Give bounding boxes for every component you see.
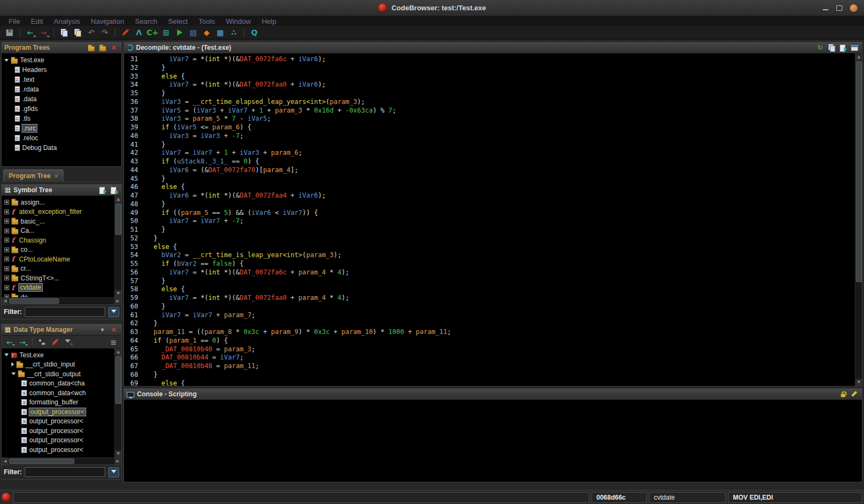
dtm-node-root[interactable]: Test.exe: [2, 350, 121, 360]
code-line[interactable]: 39 if (iVar5 <= param_6) {: [126, 123, 854, 132]
scroll-left-icon[interactable]: [2, 298, 9, 304]
symbol-node[interactable]: assign...: [2, 198, 121, 207]
expander-icon[interactable]: [4, 257, 9, 261]
expander-icon[interactable]: [4, 210, 9, 214]
refresh-button[interactable]: ↻: [815, 43, 825, 52]
code-line[interactable]: 65 _DAT_00810b40 = param_3;: [126, 345, 854, 354]
code-line[interactable]: 50 iVar7 = iVar7 + -7;: [126, 217, 854, 226]
tree-node[interactable]: .data: [2, 94, 121, 104]
tree-node[interactable]: .rsrc: [2, 123, 121, 133]
code-line[interactable]: 44 iVar6 = (&DAT_0072fa70)[param_4];: [126, 166, 854, 175]
tree-node[interactable]: .reloc: [2, 133, 121, 143]
code-line[interactable]: 36 iVar3 = __crt_time_elapsed_leap_years…: [126, 98, 854, 107]
folder-open-button[interactable]: [98, 43, 107, 52]
code-line[interactable]: 68 }: [126, 371, 854, 379]
dtm-node[interactable]: output_processor<: [2, 436, 121, 446]
dtm-hscrollbar[interactable]: [2, 457, 121, 464]
dtm-node[interactable]: output_processor<: [2, 407, 121, 417]
console-output[interactable]: [124, 400, 862, 482]
dtm-node[interactable]: common_data<cha: [2, 379, 121, 389]
code-line[interactable]: 64 if (param_1 == 0) {: [126, 337, 854, 345]
expander-icon[interactable]: [4, 238, 9, 243]
lattice-button[interactable]: ⊞: [160, 27, 172, 38]
symbol-node[interactable]: atexit_exception_filter: [2, 207, 121, 217]
dtm-node[interactable]: common_data<wch: [2, 388, 121, 398]
scroll-thumb[interactable]: [9, 459, 74, 464]
scroll-thumb[interactable]: [115, 204, 121, 235]
panel-menu-caret-button[interactable]: ▾: [98, 325, 107, 334]
code-line[interactable]: 69 else {: [126, 379, 854, 387]
menu-navigation[interactable]: Navigation: [86, 17, 129, 25]
expander-icon[interactable]: [4, 285, 9, 290]
menu-file[interactable]: File: [3, 17, 25, 25]
dtm-vscrollbar[interactable]: [114, 349, 121, 457]
code-line[interactable]: 53 else {: [126, 243, 854, 252]
filter-options-icon[interactable]: [108, 467, 119, 477]
byte-table-button[interactable]: ▦: [214, 27, 226, 38]
menu-select[interactable]: Select: [163, 17, 193, 25]
code-line[interactable]: 35 }: [126, 89, 854, 98]
dtm-filter-input[interactable]: [25, 467, 105, 477]
code-line[interactable]: 54 bVar2 = __crt_time_is_leap_year<int>(…: [126, 251, 854, 260]
scroll-down-icon[interactable]: [115, 290, 121, 297]
symbol-node[interactable]: Chassign: [2, 235, 121, 245]
dtm-node[interactable]: formatting_buffer: [2, 398, 121, 408]
code-line[interactable]: 62 }: [126, 319, 854, 328]
scroll-up-icon[interactable]: [115, 196, 121, 203]
graph-button[interactable]: Λ: [133, 27, 145, 38]
save-button[interactable]: [3, 27, 16, 38]
code-line[interactable]: 52 }: [126, 234, 854, 243]
scroll-down-icon[interactable]: [115, 450, 121, 457]
close-button[interactable]: [850, 4, 857, 12]
diamond-button[interactable]: ◆: [200, 27, 213, 38]
code-line[interactable]: 47 iVar6 = *(int *)(&DAT_0072faa4 + iVar…: [126, 192, 854, 200]
code-line[interactable]: 63 param_11 = ((param_8 * 0x3c + param_9…: [126, 328, 854, 337]
tree-node[interactable]: Debug Data: [2, 143, 121, 153]
expander-icon[interactable]: [4, 266, 9, 271]
expander-icon[interactable]: [4, 200, 9, 205]
menu-window[interactable]: Window: [220, 17, 256, 25]
copy-button[interactable]: [827, 43, 836, 52]
scroll-thumb[interactable]: [115, 356, 121, 404]
code-line[interactable]: 49 if ((param_5 == 5) && (iVar6 < iVar7)…: [126, 209, 854, 218]
tree-node[interactable]: .tls: [2, 114, 121, 123]
symbol-node[interactable]: co...: [2, 245, 121, 255]
tree-node[interactable]: .text: [2, 75, 121, 84]
menu-tools[interactable]: Tools: [193, 17, 220, 25]
code-line[interactable]: 57 }: [126, 277, 854, 286]
dtm-node[interactable]: output_processor<: [2, 417, 121, 427]
symbol-node[interactable]: cvtdate: [2, 283, 121, 293]
scroll-right-icon[interactable]: [114, 458, 121, 464]
code-line[interactable]: 58 else {: [126, 285, 854, 294]
code-line[interactable]: 34 iVar7 = *(int *)(&DAT_0072faa0 + iVar…: [126, 81, 854, 89]
code-line[interactable]: 40 iVar3 = iVar3 + -7;: [126, 132, 854, 141]
forward-arrow-button[interactable]: →: [37, 27, 50, 38]
symbol-node[interactable]: de...: [2, 292, 121, 297]
dtm-back-button[interactable]: ←: [4, 337, 15, 347]
expander-icon[interactable]: [4, 247, 9, 252]
expander-icon[interactable]: [4, 219, 9, 224]
dtm-list-button[interactable]: ≡: [108, 337, 119, 347]
dtm-pencil-slash-button[interactable]: [49, 337, 61, 347]
sheet-link-button[interactable]: [109, 186, 119, 194]
tree-node[interactable]: Headers: [2, 65, 121, 75]
dtm-forward-button[interactable]: →: [17, 337, 28, 347]
footprints-button[interactable]: ∴: [228, 27, 240, 38]
menu-edit[interactable]: Edit: [25, 17, 48, 25]
dtm-node[interactable]: __crt_stdio_output: [2, 369, 121, 379]
search-cursor-button[interactable]: Q: [248, 27, 261, 38]
dtm-filter-clear-button[interactable]: [62, 337, 74, 347]
expander-icon[interactable]: [4, 276, 9, 280]
expander-icon[interactable]: [4, 354, 9, 356]
dtm-node[interactable]: output_processor<: [2, 445, 121, 455]
scroll-up-icon[interactable]: [855, 54, 862, 61]
run-script-button[interactable]: [173, 27, 186, 38]
back-arrow-button[interactable]: ←: [24, 27, 36, 38]
scroll-left-icon[interactable]: [2, 458, 9, 464]
maximize-button[interactable]: [836, 5, 842, 11]
close-panel-button[interactable]: ×: [109, 43, 119, 52]
code-line[interactable]: 51 }: [126, 226, 854, 234]
scroll-thumb[interactable]: [9, 298, 59, 304]
snapshot-button[interactable]: [838, 43, 848, 52]
code-line[interactable]: 56 iVar7 = *(int *)(&DAT_0072fa6c + para…: [126, 269, 854, 277]
